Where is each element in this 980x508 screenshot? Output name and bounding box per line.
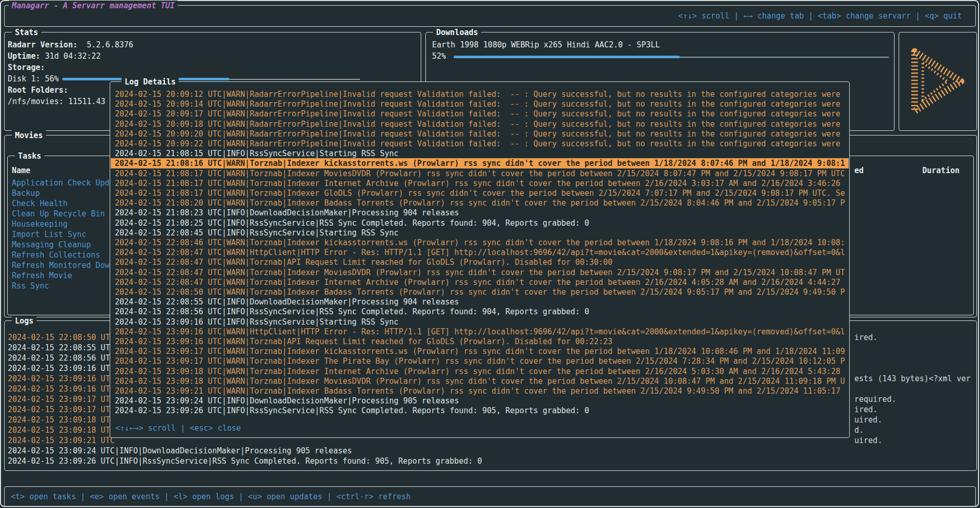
log-details-row[interactable]: 2024-02-15 20:09:12 UTC|WARN|RadarrError…: [111, 89, 849, 99]
movies-title: Movies: [12, 130, 46, 141]
log-details-row[interactable]: 2024-02-15 22:08:45 UTC|INFO|RssSyncServ…: [111, 228, 849, 238]
log-details-row[interactable]: 2024-02-15 22:08:47 UTC|WARN|HttpClient|…: [111, 247, 849, 258]
stats-title: Stats: [12, 27, 41, 38]
stats-uptime-value: 31d 04:32:22: [45, 52, 100, 61]
log-details-row[interactable]: 2024-02-15 21:08:23 UTC|INFO|DownloadDec…: [111, 208, 849, 218]
log-details-row[interactable]: 2024-02-15 21:08:15 UTC|INFO|RssSyncServ…: [111, 148, 849, 159]
log-details-row[interactable]: 2024-02-15 20:09:18 UTC|WARN|RadarrError…: [111, 119, 849, 129]
log-row-right-fragment: ired.: [854, 332, 878, 343]
log-row-right-fragment: d.: [854, 425, 864, 435]
header-panel: Managarr - A Servarr management TUI Rada…: [4, 5, 976, 27]
log-details-row[interactable]: 2024-02-15 21:08:17 UTC|WARN|Torznab|Ind…: [111, 168, 849, 179]
stats-version-label: Radarr Version:: [8, 40, 77, 49]
logs-title: Logs: [12, 316, 37, 326]
stats-version-value: 5.2.6.8376: [87, 40, 133, 49]
log-details-row[interactable]: 2024-02-15 20:09:17 UTC|WARN|RadarrError…: [111, 109, 849, 119]
tasks-queued-header-fragment: ed: [854, 165, 864, 176]
log-details-row[interactable]: 2024-02-15 23:09:21 UTC|WARN|Torznab|Ind…: [111, 386, 849, 396]
log-details-row[interactable]: 2024-02-15 23:09:24 UTC|INFO|DownloadDec…: [111, 396, 849, 406]
log-row: 2024-02-15 23:09:26 UTC|INFO|RssSyncServ…: [8, 456, 974, 466]
download-progress-bar: [454, 56, 680, 58]
log-row: 2024-02-15 23:09:24 UTC|INFO|DownloadDec…: [8, 446, 974, 456]
log-row-right-fragment: ired.: [854, 404, 878, 415]
tasks-name-header: Name: [12, 165, 30, 176]
stats-rootfolders-label: Root Folders:: [8, 85, 68, 95]
log-details-row[interactable]: 2024-02-15 20:09:14 UTC|WARN|RadarrError…: [111, 99, 849, 109]
log-details-modal: Log Details 2024-02-15 20:09:12 UTC|WARN…: [110, 81, 850, 438]
log-details-row[interactable]: 2024-02-15 21:08:25 UTC|INFO|RssSyncServ…: [111, 218, 849, 228]
downloads-title: Downloads: [433, 27, 481, 38]
log-details-row[interactable]: 2024-02-15 22:08:50 UTC|WARN|Torznab|Ind…: [111, 287, 849, 297]
top-keybind-hints: <↑↓> scroll | ←→ change tab | <tab> chan…: [678, 11, 962, 21]
log-details-row[interactable]: 2024-02-15 22:08:46 UTC|WARN|Torznab|Ind…: [111, 238, 849, 248]
disk-usage-label: Disk 1: 56%: [8, 74, 59, 84]
log-details-row[interactable]: 2024-02-15 23:09:17 UTC|WARN|Torznab|Ind…: [111, 356, 849, 366]
log-details-row[interactable]: 2024-02-15 23:09:18 UTC|WARN|Torznab|Ind…: [111, 366, 849, 377]
download-progress-label: 52%: [432, 51, 446, 61]
app-title: Managarr - A Servarr management TUI: [9, 1, 178, 11]
bottom-keybind-hints: <t> open tasks | <e> open events | <l> o…: [11, 492, 411, 502]
log-details-row[interactable]: 2024-02-15 22:08:47 UTC|WARN|Torznab|Ind…: [111, 277, 849, 287]
root-folder-value: /nfs/movies: 11511.43 GB: [8, 96, 119, 107]
log-details-row[interactable]: 2024-02-15 23:09:16 UTC|WARN|Torznab|API…: [111, 336, 849, 347]
log-details-title: Log Details: [122, 77, 179, 87]
log-row-right-fragment: uired.: [854, 415, 882, 425]
tasks-title: Tasks: [15, 151, 44, 161]
log-details-row[interactable]: 2024-02-15 20:09:20 UTC|WARN|RadarrError…: [111, 129, 849, 139]
log-row-right-fragment: ests (143 bytes)<?xml ver: [854, 374, 971, 384]
log-details-row[interactable]: 2024-02-15 23:09:16 UTC|WARN|HttpClient|…: [111, 327, 849, 337]
log-row-right-fragment: uired.: [854, 435, 882, 446]
log-details-row[interactable]: 2024-02-15 21:08:17 UTC|WARN|Torznab|Ind…: [111, 178, 849, 189]
log-details-row[interactable]: 2024-02-15 22:08:47 UTC|WARN|Torznab|API…: [111, 257, 849, 267]
log-details-row[interactable]: 2024-02-15 20:09:22 UTC|WARN|RadarrError…: [111, 139, 849, 149]
log-details-row[interactable]: 2024-02-15 21:08:17 UTC|WARN|Torznab|Ind…: [111, 188, 849, 198]
tasks-duration-header: Duration: [922, 165, 959, 176]
log-details-row[interactable]: 2024-02-15 23:09:26 UTC|INFO|RssSyncServ…: [111, 405, 849, 416]
log-details-row[interactable]: 2024-02-15 22:08:56 UTC|INFO|RssSyncServ…: [111, 307, 849, 317]
log-details-row[interactable]: 2024-02-15 21:08:16 UTC|WARN|Torznab|Ind…: [111, 158, 849, 168]
bottom-bar: <t> open tasks | <e> open events | <l> o…: [4, 486, 976, 507]
log-details-row[interactable]: 2024-02-15 23:09:16 UTC|INFO|RssSyncServ…: [111, 317, 849, 327]
managarr-play-logo-icon: [907, 45, 968, 117]
log-details-row[interactable]: 2024-02-15 21:08:20 UTC|WARN|Torznab|Ind…: [111, 198, 849, 208]
logo-panel: [899, 32, 977, 131]
log-details-footer-hints: <↑↓←→> scroll | <esc> close: [115, 423, 241, 433]
log-details-row[interactable]: 2024-02-15 22:08:55 UTC|INFO|DownloadDec…: [111, 297, 849, 307]
stats-uptime-label: Uptime:: [8, 52, 40, 61]
log-details-row[interactable]: 2024-02-15 22:08:47 UTC|WARN|Torznab|Ind…: [111, 267, 849, 278]
stats-storage-label: Storage:: [8, 62, 45, 73]
download-item-title: Earth 1998 1080p WEBRip x265 Hindi AAC2.…: [432, 40, 890, 50]
log-row-right-fragment: required.: [854, 394, 896, 404]
log-details-row[interactable]: 2024-02-15 23:09:18 UTC|WARN|Torznab|Ind…: [111, 376, 849, 386]
log-details-row[interactable]: 2024-02-15 23:09:17 UTC|WARN|Torznab|Ind…: [111, 346, 849, 357]
